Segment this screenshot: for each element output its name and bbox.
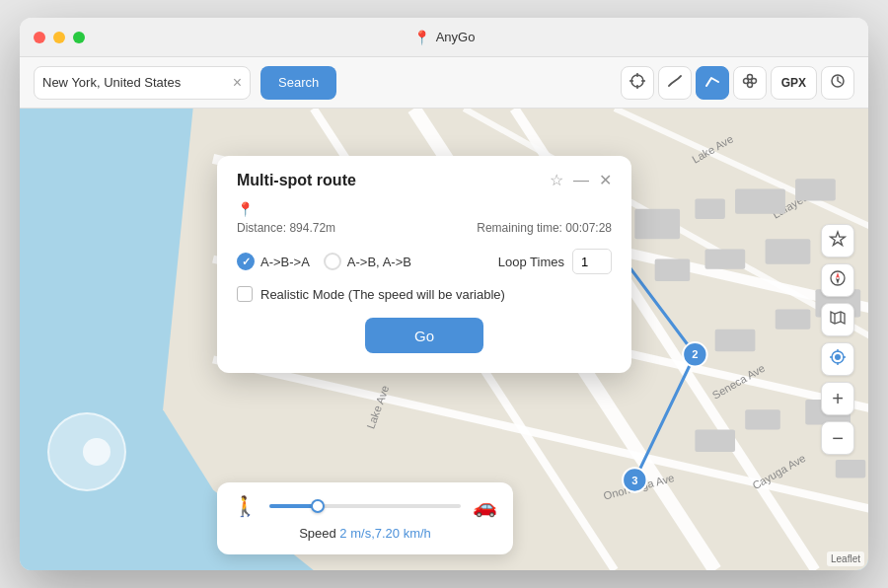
right-panel: + − xyxy=(821,224,854,455)
realistic-mode-checkbox[interactable] xyxy=(237,286,253,302)
svg-rect-31 xyxy=(795,179,836,200)
dialog-title-row: Multi-spot route ☆ — ✕ xyxy=(237,172,612,189)
svg-text:2: 2 xyxy=(692,348,698,360)
svg-rect-33 xyxy=(705,249,746,268)
svg-rect-30 xyxy=(735,188,785,213)
svg-point-7 xyxy=(747,74,752,79)
single-route-icon xyxy=(666,72,684,94)
single-route-button[interactable] xyxy=(658,66,692,100)
remaining-label: Remaining time: xyxy=(477,221,562,235)
distance-info: Distance: 894.72m xyxy=(237,221,335,235)
svg-rect-38 xyxy=(695,430,735,452)
gpx-button[interactable]: GPX xyxy=(771,66,817,100)
leaflet-attribution: Leaflet xyxy=(827,551,864,566)
option-a-b-a-label: A->B->A xyxy=(260,255,310,269)
minimize-dialog-button[interactable]: — xyxy=(573,173,589,188)
jump-teleport-button[interactable] xyxy=(733,66,767,100)
app-title: AnyGo xyxy=(436,30,476,44)
dialog-actions: ☆ — ✕ xyxy=(550,173,612,188)
joystick-thumb xyxy=(83,438,111,466)
radio-a-b[interactable] xyxy=(324,253,341,270)
loop-input[interactable] xyxy=(572,249,612,274)
window-controls xyxy=(34,32,85,43)
crosshair-button[interactable] xyxy=(621,66,654,100)
svg-point-54 xyxy=(835,354,841,360)
distance-label: Distance: xyxy=(237,221,286,235)
search-button[interactable]: Search xyxy=(260,66,336,100)
svg-rect-28 xyxy=(634,209,680,240)
speed-label: Speed xyxy=(299,526,339,541)
svg-point-8 xyxy=(747,82,752,87)
speed-slider-track xyxy=(269,504,461,508)
svg-marker-49 xyxy=(836,272,840,278)
dialog-pin: 📍 xyxy=(237,201,612,217)
route-options: A->B->A A->B, A->B Loop Times xyxy=(237,249,612,274)
distance-value: 894.72m xyxy=(289,221,335,235)
svg-text:3: 3 xyxy=(631,475,637,486)
multispot-dialog: Multi-spot route ☆ — ✕ 📍 Distance: 894.7… xyxy=(217,156,631,373)
dialog-info-row: Distance: 894.72m Remaining time: 00:07:… xyxy=(237,221,612,235)
svg-rect-32 xyxy=(655,259,691,281)
app-icon: 📍 xyxy=(413,30,430,45)
toolbar: New York, United States × Search xyxy=(20,57,868,109)
realistic-mode-row: Realistic Mode (The speed will be variab… xyxy=(237,286,612,302)
speed-icons-row: 🚶 🚗 xyxy=(233,494,497,518)
toolbar-icons: GPX xyxy=(621,66,854,100)
map-button[interactable] xyxy=(821,303,854,336)
speed-text: Speed 2 m/s,7.20 km/h xyxy=(233,526,497,541)
location-button[interactable] xyxy=(821,342,854,376)
minimize-button[interactable] xyxy=(53,32,65,43)
radio-a-b-a[interactable] xyxy=(237,253,255,270)
map-area[interactable]: Lake Ave Lafayette Ave Seneca Ave Ononda… xyxy=(20,109,868,570)
title-bar: 📍 AnyGo xyxy=(20,18,868,57)
close-dialog-button[interactable]: ✕ xyxy=(599,173,612,188)
maximize-button[interactable] xyxy=(73,32,85,43)
star-icon xyxy=(829,230,847,252)
multispot-route-button[interactable] xyxy=(696,66,729,100)
option-a-b-a[interactable]: A->B->A xyxy=(237,253,310,270)
svg-marker-51 xyxy=(831,312,845,324)
crosshair-icon xyxy=(629,72,646,94)
compass-icon xyxy=(829,269,847,291)
title-bar-content: 📍 AnyGo xyxy=(413,30,476,45)
go-button[interactable]: Go xyxy=(365,318,483,353)
zoom-out-button[interactable]: − xyxy=(821,421,854,455)
clear-search-button[interactable]: × xyxy=(233,75,242,91)
option-a-b-label: A->B, A->B xyxy=(347,255,411,269)
history-button[interactable] xyxy=(821,66,854,100)
speed-slider-thumb[interactable] xyxy=(311,499,325,513)
walk-icon: 🚶 xyxy=(233,494,258,518)
svg-rect-39 xyxy=(745,409,780,429)
compass-button[interactable] xyxy=(821,263,854,297)
history-icon xyxy=(830,73,846,93)
map-icon xyxy=(829,309,847,331)
search-input[interactable]: New York, United States xyxy=(42,75,227,90)
dialog-title: Multi-spot route xyxy=(237,172,356,189)
search-container: New York, United States × xyxy=(34,66,251,100)
star-button[interactable] xyxy=(821,224,854,257)
car-icon: 🚗 xyxy=(473,494,497,518)
speed-value: 2 m/s,7.20 km/h xyxy=(339,526,430,541)
location-icon xyxy=(829,348,847,370)
joystick[interactable] xyxy=(47,412,126,491)
option-a-b[interactable]: A->B, A->B xyxy=(324,253,411,270)
svg-marker-50 xyxy=(836,278,840,284)
close-button[interactable] xyxy=(34,32,45,43)
favorite-button[interactable]: ☆ xyxy=(550,173,563,188)
zoom-in-button[interactable]: + xyxy=(821,382,854,415)
speed-slider-container[interactable] xyxy=(269,504,461,508)
multispot-route-icon xyxy=(703,72,721,94)
svg-rect-34 xyxy=(766,239,811,263)
speed-panel: 🚶 🚗 Speed 2 m/s,7.20 km/h xyxy=(217,482,513,554)
app-window: 📍 AnyGo New York, United States × Search xyxy=(20,18,868,570)
svg-rect-36 xyxy=(776,309,811,329)
loop-label: Loop Times xyxy=(498,255,564,269)
svg-rect-41 xyxy=(836,460,866,478)
realistic-mode-label: Realistic Mode (The speed will be variab… xyxy=(260,287,505,302)
svg-rect-29 xyxy=(695,199,725,219)
svg-rect-35 xyxy=(715,330,756,351)
remaining-info: Remaining time: 00:07:28 xyxy=(477,221,612,235)
loop-times-container: Loop Times xyxy=(498,249,612,274)
remaining-value: 00:07:28 xyxy=(565,221,612,235)
jump-teleport-icon xyxy=(741,72,759,94)
